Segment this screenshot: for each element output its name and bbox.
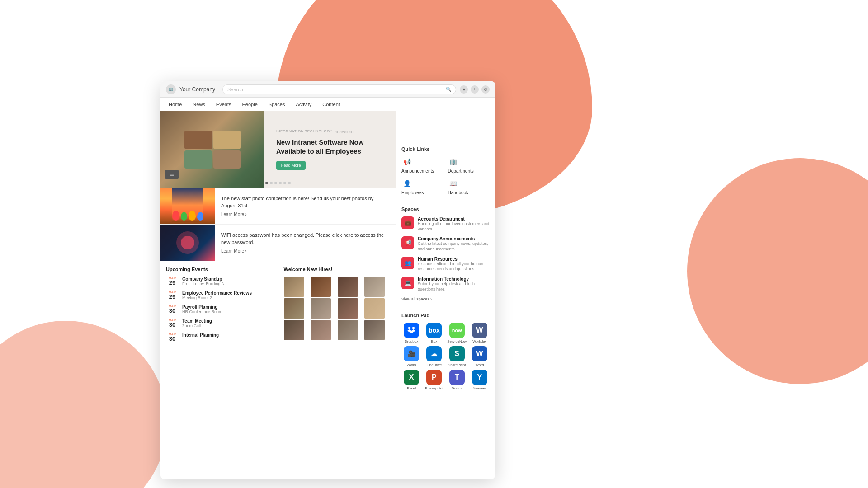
app-zoom[interactable]: 🎥 Zoom — [401, 346, 421, 367]
servicenow-icon: now — [449, 323, 465, 338]
space-announcements-info: Company Announcements Get the latest com… — [418, 236, 490, 252]
quick-link-employees[interactable]: 👤 Employees — [401, 178, 443, 195]
hire-photo-1[interactable] — [284, 277, 304, 297]
app-box[interactable]: box Box — [424, 323, 444, 343]
space-announcements[interactable]: 📢 Company Announcements Get the latest c… — [401, 236, 490, 252]
quick-links-grid: 📢 Announcements 🏢 Departments 👤 Employee… — [401, 156, 490, 195]
news-item-2: WiFi access password has been changed. P… — [160, 225, 396, 261]
new-hires-section: Welcome New Hires! — [278, 261, 396, 352]
app-dropbox[interactable]: Dropbox — [401, 323, 421, 343]
news-link-1[interactable]: Learn More › — [221, 212, 389, 217]
search-bar[interactable]: Search 🔍 — [222, 84, 456, 94]
dot-3[interactable] — [274, 182, 277, 184]
nav-activity[interactable]: Activity — [295, 98, 312, 111]
quick-link-handbook[interactable]: 📖 Handbook — [448, 178, 490, 195]
hires-grid — [284, 277, 391, 340]
zoom-icon: 🎥 — [404, 346, 419, 361]
quick-link-departments[interactable]: 🏢 Departments — [448, 156, 490, 174]
app-yammer[interactable]: Y Yammer — [470, 370, 490, 390]
hire-photo-2[interactable] — [311, 277, 331, 297]
nav-spaces[interactable]: Spaces — [268, 98, 286, 111]
event-info-4: Team Meeting Zoom Call — [182, 319, 212, 328]
news-text-1: The new staff photo competition is here!… — [221, 195, 389, 209]
hire-photo-8[interactable] — [364, 298, 385, 319]
event-date-3: MAR 30 — [166, 305, 179, 314]
handbook-label: Handbook — [448, 190, 469, 195]
event-date-4: MAR 30 — [166, 319, 179, 328]
hire-photo-12[interactable] — [364, 320, 385, 340]
app-powerpoint[interactable]: P Powerpoint — [424, 370, 444, 390]
company-logo: 🏢 — [166, 84, 176, 94]
hire-photo-3[interactable] — [338, 277, 358, 297]
hero-cta-button[interactable]: Read More — [276, 161, 306, 170]
departments-label: Departments — [448, 169, 474, 174]
launchpad-title: Launch Pad — [401, 313, 490, 318]
laptop-icon: ▬ — [165, 170, 179, 179]
employees-label: Employees — [401, 190, 424, 195]
navigation-bar: Home News Events People Spaces Activity … — [160, 98, 495, 111]
yammer-icon: Y — [472, 370, 487, 385]
app-workday[interactable]: W Workday — [470, 323, 490, 343]
dot-6[interactable] — [288, 182, 291, 184]
event-item-1: MAR 29 Company Standup Front Lobby, Buil… — [166, 277, 273, 286]
hire-photo-4[interactable] — [364, 277, 385, 297]
company-name: Your Company — [179, 86, 215, 93]
browser-window: 🏢 Your Company Search 🔍 ★ + ⊙ Home News … — [160, 81, 495, 479]
hero-image: ▬ — [160, 111, 264, 188]
nav-home[interactable]: Home — [168, 98, 183, 111]
spaces-title: Spaces — [401, 206, 490, 212]
space-it-info: Information Technology Submit your help … — [418, 277, 490, 292]
news-thumb-balloons — [160, 188, 215, 224]
dot-5[interactable] — [283, 182, 286, 184]
space-hr[interactable]: 👥 Human Resources A space dedicated to a… — [401, 257, 490, 272]
right-sidebar: Quick Links 📢 Announcements 🏢 Department… — [396, 141, 495, 479]
event-info-1: Company Standup Front Lobby, Building A — [182, 277, 224, 286]
hire-photo-9[interactable] — [284, 320, 304, 340]
dot-1[interactable] — [265, 182, 268, 184]
dot-4[interactable] — [279, 182, 282, 184]
tech-circle — [181, 236, 194, 249]
balloon-1 — [172, 211, 179, 221]
hire-photo-5[interactable] — [284, 298, 304, 319]
video-cell-3 — [184, 150, 212, 169]
app-servicenow[interactable]: now ServiceNow — [447, 323, 467, 343]
background-blob-bottom-left — [0, 321, 167, 488]
app-excel[interactable]: X Excel — [401, 370, 421, 390]
hire-photo-7[interactable] — [338, 298, 358, 319]
dropbox-icon — [404, 323, 419, 338]
workday-icon: W — [472, 323, 487, 338]
quick-links-title: Quick Links — [401, 146, 490, 152]
hire-photo-6[interactable] — [311, 298, 331, 319]
add-tab-icon[interactable]: + — [471, 85, 479, 94]
app-sharepoint[interactable]: S SharePoint — [447, 346, 467, 367]
video-cell-2 — [213, 131, 241, 149]
news-thumb-tech — [160, 225, 215, 261]
space-it[interactable]: 💻 Information Technology Submit your hel… — [401, 277, 490, 292]
view-all-spaces-link[interactable]: View all spaces › — [401, 297, 490, 301]
space-accounts-icon: 💼 — [401, 216, 414, 229]
hero-text: INFORMATION TECHNOLOGY 10/15/2020 New In… — [269, 111, 396, 188]
hero-carousel: ▬ INFORMATION TECHNOLOGY 10/15/2020 New … — [160, 111, 396, 188]
video-cell-1 — [184, 131, 212, 149]
quick-links-card: Quick Links 📢 Announcements 🏢 Department… — [396, 141, 495, 201]
background-blob-right — [687, 158, 868, 384]
star-icon[interactable]: ★ — [460, 85, 468, 94]
app-teams[interactable]: T Teams — [447, 370, 467, 390]
dot-2[interactable] — [270, 182, 273, 184]
announcements-icon: 📢 — [401, 156, 412, 167]
hire-photo-11[interactable] — [338, 320, 358, 340]
user-icon[interactable]: ⊙ — [481, 85, 490, 94]
hire-photo-10[interactable] — [311, 320, 331, 340]
teams-icon: T — [449, 370, 465, 385]
hero-image-inner: ▬ — [160, 111, 264, 188]
nav-news[interactable]: News — [192, 98, 206, 111]
tech-image — [160, 225, 215, 261]
space-accounts[interactable]: 💼 Accounts Department Handling all of ou… — [401, 216, 490, 232]
nav-events[interactable]: Events — [215, 98, 232, 111]
nav-people[interactable]: People — [241, 98, 259, 111]
news-link-2[interactable]: Learn More › — [221, 249, 389, 253]
app-word[interactable]: W Word — [470, 346, 490, 367]
quick-link-announcements[interactable]: 📢 Announcements — [401, 156, 443, 174]
app-onedrive[interactable]: ☁ OneDrive — [424, 346, 444, 367]
nav-content[interactable]: Content — [321, 98, 341, 111]
